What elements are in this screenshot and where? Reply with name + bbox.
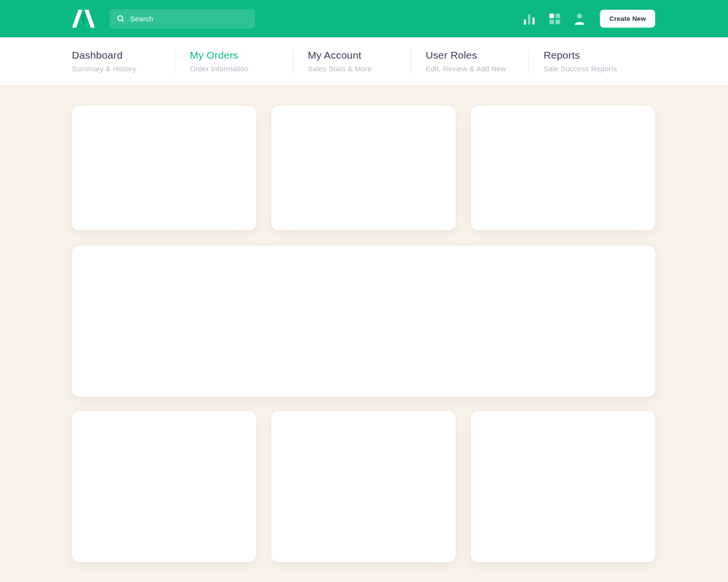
card-top-3: [471, 106, 655, 230]
header-actions: Create New: [523, 10, 655, 28]
tab-sublabel: Sale Success Reports: [544, 65, 646, 73]
search-input[interactable]: [130, 15, 248, 23]
card-bottom-2: [271, 411, 456, 562]
create-new-button[interactable]: Create New: [600, 10, 655, 28]
brand-logo-icon: [72, 10, 95, 28]
grid-apps-icon[interactable]: [549, 14, 560, 24]
tab-reports[interactable]: Reports Sale Success Reports: [529, 49, 646, 73]
card-bottom-3: [471, 411, 655, 562]
card-top-2: [271, 106, 456, 230]
tab-label: My Account: [308, 49, 411, 61]
app-header: Create New: [0, 0, 728, 37]
tab-label: User Roles: [426, 49, 529, 61]
primary-nav: Dashboard Summary & History My Orders Or…: [0, 37, 728, 85]
tab-label: My Orders: [190, 49, 293, 61]
tab-label: Dashboard: [72, 49, 175, 61]
card-bottom-1: [72, 411, 256, 562]
tab-user-roles[interactable]: User Roles Edit, Review & Add New: [411, 49, 529, 73]
tab-sublabel: Order Information: [190, 65, 293, 73]
tab-sublabel: Edit, Review & Add New: [426, 65, 529, 73]
content-area: [0, 85, 728, 582]
tab-my-orders[interactable]: My Orders Order Information: [175, 49, 293, 73]
tab-dashboard[interactable]: Dashboard Summary & History: [72, 49, 175, 73]
tab-sublabel: Sales Stats & More: [308, 65, 411, 73]
tab-my-account[interactable]: My Account Sales Stats & More: [293, 49, 411, 73]
search-bar[interactable]: [110, 9, 255, 29]
card-row-bottom: [72, 411, 655, 562]
search-icon: [116, 15, 125, 23]
brand-logo[interactable]: [72, 10, 95, 28]
card-wide: [72, 246, 655, 397]
bar-chart-icon[interactable]: [523, 13, 536, 25]
tab-sublabel: Summary & History: [72, 65, 175, 73]
card-row-top: [72, 106, 655, 230]
card-top-1: [72, 106, 256, 230]
tab-label: Reports: [544, 49, 646, 61]
user-profile-icon[interactable]: [574, 13, 585, 25]
